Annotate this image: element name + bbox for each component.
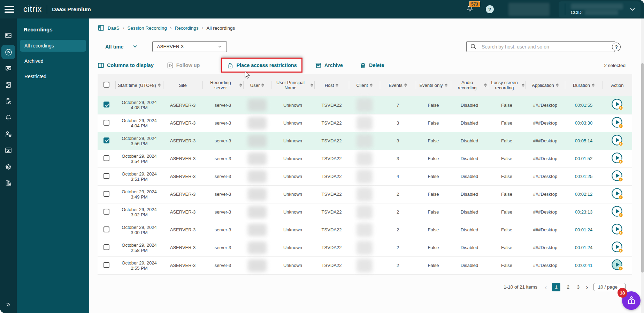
- search-icon: [470, 43, 477, 50]
- row-checkbox[interactable]: [104, 120, 109, 126]
- nav-analytics-dashboard[interactable]: [1, 29, 15, 43]
- sort-icon[interactable]: [336, 83, 338, 87]
- cell-duration[interactable]: 00:01:24: [565, 221, 603, 239]
- sort-icon[interactable]: [239, 83, 242, 87]
- cell-duration[interactable]: 00:01:52: [565, 150, 603, 167]
- sort-icon[interactable]: [310, 83, 313, 87]
- col-start-time[interactable]: Start time (UTC+8): [115, 74, 163, 96]
- help-button[interactable]: ?: [486, 5, 494, 13]
- cell-duration[interactable]: 00:02:12: [565, 185, 603, 203]
- delete-button[interactable]: Delete: [360, 62, 384, 69]
- cell-duration[interactable]: 00:05:14: [565, 132, 603, 150]
- cell-duration[interactable]: 00:01:55: [565, 96, 603, 114]
- col-user-principal-name[interactable]: User Principal Name: [271, 74, 314, 96]
- sort-icon[interactable]: [158, 83, 161, 87]
- row-checkbox[interactable]: [104, 102, 109, 107]
- row-checkbox[interactable]: [104, 155, 109, 161]
- nav-site-alerts[interactable]: [1, 143, 15, 157]
- columns-to-display-button[interactable]: Columns to display: [98, 62, 154, 69]
- sort-icon[interactable]: [445, 83, 447, 87]
- col-user[interactable]: User: [243, 74, 271, 96]
- play-recording-button[interactable]: [611, 205, 624, 219]
- nav-scheduled-tasks[interactable]: [1, 94, 15, 108]
- row-checkbox[interactable]: [104, 209, 109, 215]
- col-host[interactable]: Host: [314, 74, 349, 96]
- sidebar-item-archived[interactable]: Archived: [20, 55, 86, 67]
- sort-icon[interactable]: [522, 83, 524, 87]
- account-menu[interactable]: CCID:: [559, 1, 641, 17]
- breadcrumb-session-recording[interactable]: Session Recording: [127, 25, 167, 31]
- nav-session-log[interactable]: [1, 78, 15, 92]
- panel-toggle-icon[interactable]: [98, 24, 105, 31]
- pagination: 1-10 of 21 items ‹ 1 2 3 › 10 / page: [98, 283, 626, 291]
- header-select-all[interactable]: [98, 74, 115, 96]
- col-application[interactable]: Application: [526, 74, 565, 96]
- play-recording-button[interactable]: [611, 134, 624, 148]
- cell-duration[interactable]: 00:01:24: [565, 239, 603, 256]
- sidebar-item-all-recordings[interactable]: All recordings: [20, 40, 86, 52]
- page-scrollbar[interactable]: [641, 18, 644, 313]
- scrollbar-thumb[interactable]: [641, 63, 644, 273]
- col-client[interactable]: Client: [349, 74, 380, 96]
- sort-icon[interactable]: [404, 83, 407, 87]
- cell-duration[interactable]: 00:03:30: [565, 114, 603, 132]
- table-help-button[interactable]: ?: [612, 43, 621, 51]
- col-audio-recording[interactable]: Audio recording: [451, 74, 488, 96]
- play-recording-button[interactable]: [611, 241, 624, 255]
- breadcrumb-daas[interactable]: DaaS: [108, 25, 120, 31]
- cell-duration[interactable]: 00:23:13: [565, 203, 603, 221]
- notifications-button[interactable]: 573: [466, 5, 474, 14]
- col-lossy-screen-recording[interactable]: Lossy screen recording: [488, 74, 526, 96]
- row-checkbox[interactable]: [104, 226, 109, 232]
- sort-icon[interactable]: [370, 83, 373, 87]
- sidebar-item-restricted[interactable]: Restricted: [20, 70, 86, 82]
- nav-messages[interactable]: [1, 61, 15, 75]
- pagination-page-2[interactable]: 2: [566, 284, 570, 290]
- play-recording-button[interactable]: [611, 223, 624, 237]
- nav-user-activity[interactable]: [1, 127, 15, 141]
- sort-icon[interactable]: [592, 83, 595, 87]
- row-checkbox[interactable]: [104, 173, 109, 179]
- follow-up-button[interactable]: Follow up: [167, 62, 200, 69]
- sidebar-collapse-toggle[interactable]: [0, 301, 17, 308]
- pagination-page-3[interactable]: 3: [576, 284, 581, 290]
- search-input[interactable]: [482, 44, 611, 50]
- archive-button[interactable]: Archive: [315, 62, 343, 69]
- pagination-next[interactable]: ›: [586, 283, 588, 291]
- breadcrumb-recordings[interactable]: Recordings: [175, 25, 198, 31]
- sort-icon[interactable]: [484, 83, 487, 87]
- time-range-filter[interactable]: All time: [105, 44, 138, 50]
- sort-icon[interactable]: [556, 83, 559, 87]
- pagination-page-1[interactable]: 1: [552, 283, 560, 291]
- nav-recordings[interactable]: [1, 45, 15, 59]
- col-events[interactable]: Events: [380, 74, 416, 96]
- sort-icon[interactable]: [261, 83, 264, 87]
- nav-notifications[interactable]: [1, 111, 15, 125]
- cell-application: ###Desktop: [526, 221, 565, 239]
- row-checkbox[interactable]: [104, 262, 109, 268]
- row-checkbox[interactable]: [104, 244, 109, 250]
- brand-divider: [47, 5, 47, 14]
- cell-duration[interactable]: 00:02:41: [565, 256, 603, 274]
- server-select[interactable]: ASERVER-3: [152, 41, 227, 52]
- hamburger-menu-icon[interactable]: [5, 6, 14, 13]
- play-recording-button[interactable]: [611, 152, 624, 166]
- nav-library[interactable]: [1, 176, 15, 190]
- row-checkbox[interactable]: [104, 137, 109, 143]
- cell-duration[interactable]: 00:01:25: [565, 167, 603, 185]
- play-recording-button[interactable]: [611, 187, 624, 201]
- col-recording-server[interactable]: Recording server: [202, 74, 243, 96]
- cell-user: [243, 256, 271, 274]
- play-recording-button[interactable]: [611, 98, 624, 112]
- col-duration[interactable]: Duration: [565, 74, 603, 96]
- select-all-checkbox[interactable]: [104, 82, 109, 88]
- play-recording-button[interactable]: [611, 170, 624, 184]
- row-checkbox[interactable]: [104, 191, 109, 197]
- place-access-restrictions-button[interactable]: Place access restrictions: [227, 62, 297, 69]
- pagination-prev[interactable]: ‹: [545, 283, 547, 291]
- play-recording-button[interactable]: [611, 116, 624, 130]
- col-events-only[interactable]: Events only: [416, 74, 451, 96]
- nav-settings[interactable]: [1, 160, 15, 174]
- play-recording-button[interactable]: [611, 259, 624, 273]
- chevron-down-icon[interactable]: [629, 6, 636, 13]
